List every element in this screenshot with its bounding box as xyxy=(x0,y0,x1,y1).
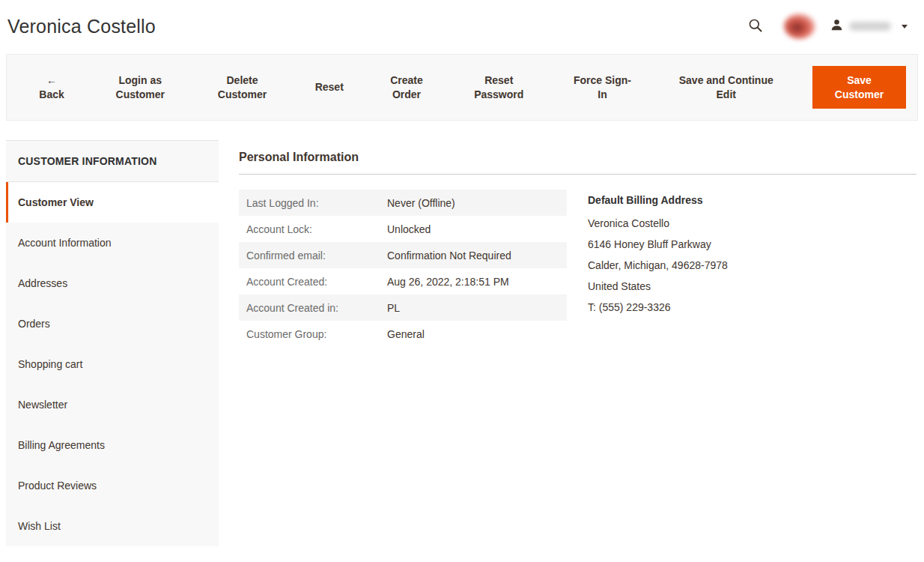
header-actions xyxy=(748,13,908,39)
table-row: Last Logged In: Never (Offline) xyxy=(239,190,567,216)
billing-address-city: Calder, Michigan, 49628-7978 xyxy=(588,255,728,276)
personal-information-table: Last Logged In: Never (Offline) Account … xyxy=(239,190,567,347)
sidebar-item-account-information[interactable]: Account Information xyxy=(6,223,219,263)
sidebar-item-newsletter[interactable]: Newsletter xyxy=(6,384,219,425)
search-icon xyxy=(748,18,763,35)
back-button[interactable]: ← Back xyxy=(29,73,74,102)
sidebar-item-billing-agreements[interactable]: Billing Agreements xyxy=(6,425,219,465)
reset-password-button[interactable]: Reset Password xyxy=(463,73,535,102)
customer-view-panel: Personal Information Last Logged In: Nev… xyxy=(239,140,917,347)
row-value: Aug 26, 2022, 2:18:51 PM xyxy=(387,276,509,288)
default-billing-address-block: Default Billing Address Veronica Costell… xyxy=(588,190,728,347)
row-value: Never (Offline) xyxy=(387,197,455,209)
row-value: PL xyxy=(387,302,400,314)
account-username-blurred xyxy=(849,22,891,31)
row-label: Account Created in: xyxy=(239,302,387,314)
content-area: CUSTOMER INFORMATION Customer View Accou… xyxy=(0,121,924,546)
row-value: Confirmation Not Required xyxy=(387,250,511,262)
table-row: Customer Group: General xyxy=(239,321,567,347)
row-label: Confirmed email: xyxy=(239,250,387,262)
row-value: General xyxy=(387,328,425,340)
notifications-icon[interactable] xyxy=(784,13,815,39)
account-icon xyxy=(830,19,843,34)
page-actions-toolbar: ← Back Login as Customer Delete Customer… xyxy=(6,54,918,121)
table-row: Account Lock: Unlocked xyxy=(239,216,567,242)
sidebar-item-customer-view[interactable]: Customer View xyxy=(6,182,219,223)
table-row: Account Created in: PL xyxy=(239,294,567,321)
sidebar-item-product-reviews[interactable]: Product Reviews xyxy=(6,465,219,506)
login-as-customer-button[interactable]: Login as Customer xyxy=(104,73,176,102)
row-label: Account Created: xyxy=(239,276,387,288)
billing-address-country: United States xyxy=(588,276,728,297)
sidebar-item-wish-list[interactable]: Wish List xyxy=(6,506,219,546)
billing-address-name: Veronica Costello xyxy=(588,213,728,234)
page-title: Veronica Costello xyxy=(7,16,748,37)
customer-information-sidebar: CUSTOMER INFORMATION Customer View Accou… xyxy=(6,140,219,546)
sidebar-item-orders[interactable]: Orders xyxy=(6,303,219,344)
row-value: Unlocked xyxy=(387,223,431,235)
table-row: Confirmed email: Confirmation Not Requir… xyxy=(239,242,567,268)
row-label: Last Logged In: xyxy=(239,197,387,209)
save-and-continue-edit-button[interactable]: Save and Continue Edit xyxy=(670,73,782,102)
billing-address-heading: Default Billing Address xyxy=(588,194,728,206)
account-menu[interactable] xyxy=(830,19,908,34)
save-customer-button[interactable]: Save Customer xyxy=(812,66,906,109)
force-sign-in-button[interactable]: Force Sign- In xyxy=(565,73,640,102)
sidebar-item-shopping-cart[interactable]: Shopping cart xyxy=(6,344,219,384)
delete-customer-button[interactable]: Delete Customer xyxy=(207,73,279,102)
row-label: Account Lock: xyxy=(239,223,387,235)
reset-button[interactable]: Reset xyxy=(308,80,350,94)
billing-address-street: 6146 Honey Bluff Parkway xyxy=(588,234,728,255)
sidebar-item-addresses[interactable]: Addresses xyxy=(6,263,219,303)
create-order-button[interactable]: Create Order xyxy=(380,73,433,102)
personal-information-heading: Personal Information xyxy=(239,140,917,175)
sidebar-heading: CUSTOMER INFORMATION xyxy=(6,141,219,182)
table-row: Account Created: Aug 26, 2022, 2:18:51 P… xyxy=(239,268,567,294)
row-label: Customer Group: xyxy=(239,328,387,340)
billing-address-phone: T: (555) 229-3326 xyxy=(588,297,728,318)
chevron-down-icon xyxy=(902,25,908,28)
page-header: Veronica Costello xyxy=(0,0,924,52)
search-button[interactable] xyxy=(748,18,763,35)
